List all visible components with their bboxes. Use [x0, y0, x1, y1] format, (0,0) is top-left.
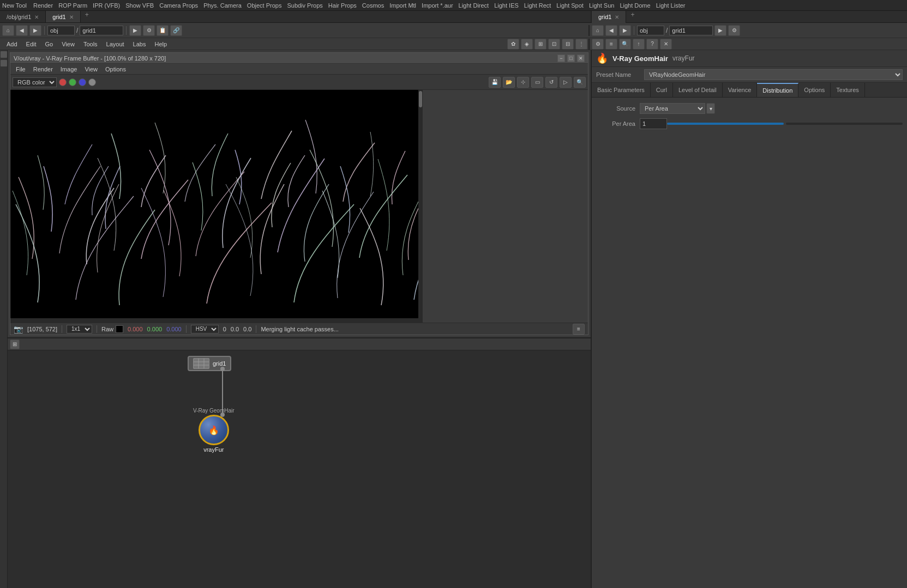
menu-light-direct[interactable]: Light Direct	[459, 2, 489, 9]
preset-name-select[interactable]: VRayNodeGeomHair	[644, 69, 903, 80]
tab-basic-parameters[interactable]: Basic Parameters	[592, 83, 651, 97]
right-path-grid1[interactable]	[669, 26, 713, 35]
toolbar-forward-btn[interactable]: ▶	[29, 25, 41, 36]
menu-rop-parm[interactable]: ROP Parm	[58, 2, 87, 9]
right-appbar-icon-list[interactable]: ≡	[605, 39, 617, 50]
tab-varience[interactable]: Varience	[723, 83, 758, 97]
appbar-icon-1[interactable]: ✿	[507, 39, 519, 50]
menu-light-ies[interactable]: Light IES	[494, 2, 519, 9]
vfb-circle-gray[interactable]	[88, 78, 96, 86]
vfb-menu-file[interactable]: File	[13, 66, 29, 72]
right-appbar-icon-search[interactable]: 🔍	[619, 39, 631, 50]
menu-view[interactable]: View	[57, 40, 79, 49]
node-editor-icon[interactable]: ⊞	[10, 340, 20, 349]
menu-labs[interactable]: Labs	[129, 40, 151, 49]
menu-tools[interactable]: Tools	[79, 40, 102, 49]
menu-layout[interactable]: Layout	[102, 40, 129, 49]
toolbar-btn-3[interactable]: 📋	[157, 25, 169, 36]
strip-btn-1[interactable]	[1, 51, 7, 58]
vfb-colorspace-select[interactable]: HSV	[191, 325, 219, 334]
menu-object-props[interactable]: Object Props	[247, 2, 282, 9]
menu-light-spot[interactable]: Light Spot	[556, 2, 584, 9]
appbar-icon-3[interactable]: ⊞	[534, 39, 546, 50]
per-area-input[interactable]	[640, 118, 667, 129]
right-toolbar-back-btn[interactable]: ◀	[605, 25, 617, 36]
per-area-slider-track[interactable]	[667, 123, 784, 125]
right-toolbar-home-btn[interactable]: ⌂	[592, 25, 604, 36]
strip-btn-2[interactable]	[1, 60, 7, 66]
vray-node-circle[interactable]: 🔥	[199, 415, 229, 445]
menu-light-dome[interactable]: Light Dome	[620, 2, 650, 9]
menu-show-vfb[interactable]: Show VFB	[125, 2, 154, 9]
menu-light-rect[interactable]: Light Rect	[524, 2, 551, 9]
right-appbar-icon-pin[interactable]: ↑	[633, 39, 645, 50]
menu-subdiv-props[interactable]: Subdiv Props	[287, 2, 322, 9]
right-toolbar-forward-btn[interactable]: ▶	[619, 25, 631, 36]
menu-light-lister[interactable]: Light Lister	[656, 2, 686, 9]
menu-import-aur[interactable]: Import *.aur	[422, 2, 453, 9]
vfb-scrollbar[interactable]	[418, 90, 423, 323]
vfb-circle-red[interactable]	[59, 78, 67, 86]
source-select[interactable]: Per Area	[640, 103, 705, 114]
vfb-save-btn[interactable]: 💾	[489, 77, 501, 88]
vfb-menu-image[interactable]: Image	[57, 66, 81, 72]
right-appbar-icon-q[interactable]: ?	[646, 39, 658, 50]
source-dropdown-arrow[interactable]: ▾	[706, 103, 715, 114]
tab-options[interactable]: Options	[798, 83, 831, 97]
vfb-circle-blue[interactable]	[79, 78, 86, 86]
tab-grid1-obj[interactable]: /obj/grid1 ✕	[0, 11, 46, 22]
menu-add[interactable]: Add	[2, 40, 22, 49]
tab-grid1-right-close[interactable]: ✕	[615, 14, 619, 20]
vray-geomhair-node[interactable]: V-Ray GeomHair 🔥 vrayFur	[193, 408, 235, 453]
vfb-circle-green[interactable]	[69, 78, 76, 86]
menu-edit[interactable]: Edit	[22, 40, 41, 49]
toolbar-btn-1[interactable]: ▶	[129, 25, 141, 36]
vfb-menu-view[interactable]: View	[81, 66, 101, 72]
right-appbar-icon-gear[interactable]: ⚙	[592, 39, 604, 50]
vfb-refresh-btn[interactable]: ↺	[545, 77, 557, 88]
vfb-scroll-thumb[interactable]	[419, 91, 422, 107]
tab-grid1-close[interactable]: ✕	[69, 14, 74, 20]
vfb-hscrollbar[interactable]	[10, 318, 418, 323]
grid-node[interactable]: grid1	[188, 356, 231, 371]
tab-level-of-detail[interactable]: Level of Detail	[673, 83, 723, 97]
right-path-obj[interactable]	[637, 26, 664, 35]
menu-phys-camera[interactable]: Phys. Camera	[203, 2, 242, 9]
toolbar-home-btn[interactable]: ⌂	[2, 25, 14, 36]
appbar-icon-5[interactable]: ⊟	[562, 39, 574, 50]
menu-import-mtl[interactable]: Import Mtl	[389, 2, 416, 9]
vfb-menu-render[interactable]: Render	[30, 66, 56, 72]
tab-grid1[interactable]: grid1 ✕	[46, 11, 80, 22]
menu-camera-props[interactable]: Camera Props	[159, 2, 198, 9]
vfb-list-btn[interactable]: ≡	[573, 324, 585, 335]
appbar-icon-2[interactable]: ◈	[521, 39, 533, 50]
right-toolbar-btn-extra[interactable]: ▶	[714, 25, 726, 36]
right-toolbar-btn-extra2[interactable]: ⚙	[728, 25, 740, 36]
toolbar-btn-2[interactable]: ⚙	[143, 25, 155, 36]
path-input-left[interactable]	[47, 26, 75, 35]
vfb-rect-btn[interactable]: ▭	[531, 77, 543, 88]
tab-add-button[interactable]: +	[81, 11, 93, 22]
vfb-folder-btn[interactable]: 📂	[503, 77, 515, 88]
menu-light-sun[interactable]: Light Sun	[589, 2, 614, 9]
menu-help[interactable]: Help	[150, 40, 171, 49]
grid-node-box[interactable]: grid1	[188, 356, 231, 371]
menu-render[interactable]: Render	[33, 2, 53, 9]
menu-hair-props[interactable]: Hair Props	[328, 2, 357, 9]
menu-go[interactable]: Go	[41, 40, 58, 49]
vfb-color-mode-select[interactable]: RGB color	[13, 77, 57, 87]
vfb-maximize-btn[interactable]: □	[567, 54, 575, 62]
vfb-render-btn[interactable]: ▷	[560, 77, 572, 88]
tab-grid1-right[interactable]: grid1 ✕	[592, 11, 626, 23]
path-input-right[interactable]	[80, 26, 123, 35]
right-appbar-icon-x[interactable]: ✕	[660, 39, 672, 50]
toolbar-back-btn[interactable]: ◀	[16, 25, 28, 36]
vfb-zoom-btn[interactable]: 🔍	[574, 77, 586, 88]
tab-textures[interactable]: Textures	[831, 83, 865, 97]
menu-cosmos[interactable]: Cosmos	[362, 2, 384, 9]
tab-add-right-button[interactable]: +	[626, 11, 639, 22]
per-area-slider-bg[interactable]	[786, 123, 903, 125]
appbar-icon-4[interactable]: ⊡	[548, 39, 560, 50]
menu-ipr-vfb[interactable]: IPR (VFB)	[93, 2, 120, 9]
toolbar-btn-4[interactable]: 🔗	[170, 25, 182, 36]
